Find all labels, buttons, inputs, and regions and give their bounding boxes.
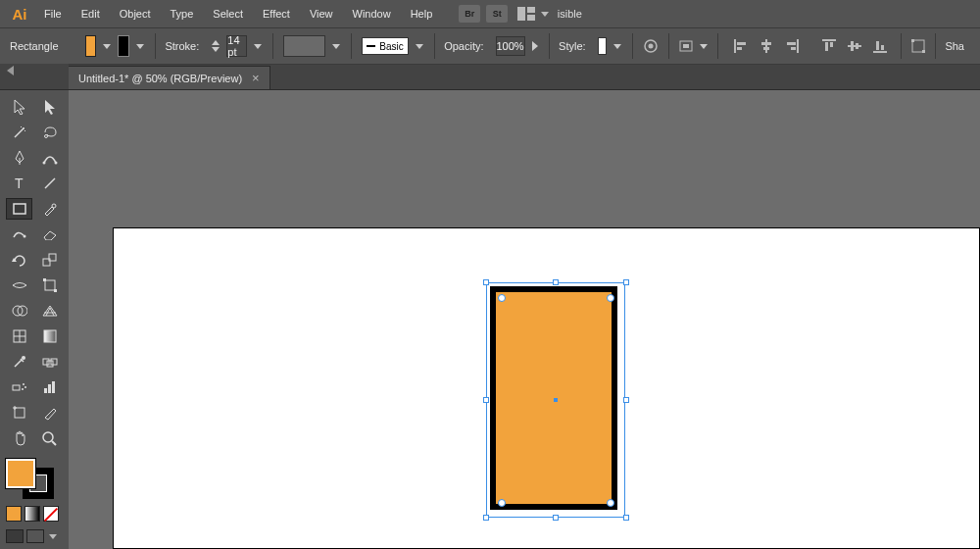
panel-collapse-nub[interactable]	[0, 64, 69, 89]
opacity-dropdown[interactable]	[531, 35, 539, 57]
symbol-sprayer-tool[interactable]	[6, 376, 32, 398]
corner-widget-br[interactable]	[607, 499, 614, 507]
arrange-docs-icon[interactable]	[515, 5, 537, 23]
resize-handle-bm[interactable]	[553, 515, 559, 521]
menu-edit[interactable]: Edit	[73, 4, 109, 24]
resize-handle-mr[interactable]	[623, 397, 629, 403]
resize-handle-tl[interactable]	[483, 279, 489, 285]
fill-swatch[interactable]	[85, 35, 96, 57]
close-icon[interactable]: ×	[252, 71, 260, 85]
menu-window[interactable]: Window	[344, 4, 400, 24]
zoom-tool[interactable]	[36, 427, 63, 449]
svg-rect-22	[737, 47, 742, 50]
arrange-docs-dropdown[interactable]	[539, 12, 551, 17]
curvature-tool[interactable]	[36, 147, 63, 169]
stroke-swatch[interactable]	[118, 35, 128, 57]
menu-help[interactable]: Help	[402, 4, 442, 24]
shape-builder-tool[interactable]	[6, 300, 32, 322]
svg-line-84	[52, 441, 56, 445]
stroke-weight[interactable]: 14 pt	[226, 35, 247, 57]
align-right-icon[interactable]	[781, 35, 803, 57]
rectangle-tool[interactable]	[6, 198, 32, 220]
bridge-icon[interactable]: Br	[459, 5, 480, 23]
screen-mode-dropdown[interactable]	[47, 529, 59, 543]
menu-type[interactable]: Type	[162, 4, 203, 24]
stroke-stepper[interactable]	[211, 35, 220, 57]
slice-tool[interactable]	[36, 402, 63, 424]
eyedropper-tool[interactable]	[6, 351, 32, 373]
fill-stroke-indicator[interactable]	[6, 459, 53, 498]
magic-wand-tool[interactable]	[6, 122, 32, 143]
align-to-icon[interactable]	[678, 35, 694, 57]
width-tool[interactable]	[6, 274, 32, 296]
free-transform-tool[interactable]	[36, 274, 63, 296]
gradient-mode-icon[interactable]	[24, 506, 40, 522]
shaper-label[interactable]: Sha	[945, 40, 964, 52]
mesh-tool[interactable]	[6, 325, 32, 347]
fullscreen-mode-icon[interactable]	[26, 529, 44, 543]
artboard-tool[interactable]	[6, 402, 32, 424]
align-vcenter-icon[interactable]	[844, 35, 865, 57]
brush-dropdown[interactable]	[415, 35, 424, 57]
menu-effect[interactable]: Effect	[254, 4, 299, 24]
rotate-tool[interactable]	[6, 249, 32, 271]
variable-width-dropdown[interactable]	[331, 35, 341, 57]
selection-tool[interactable]	[6, 96, 32, 118]
none-mode-icon[interactable]	[43, 506, 59, 522]
column-graph-tool[interactable]	[36, 376, 63, 398]
direct-selection-tool[interactable]	[36, 96, 63, 118]
svg-rect-24	[761, 42, 771, 45]
align-bottom-icon[interactable]	[869, 35, 891, 57]
normal-screen-mode-icon[interactable]	[6, 529, 24, 543]
blend-tool[interactable]	[36, 351, 63, 373]
resize-handle-ml[interactable]	[483, 397, 489, 403]
brush-definition[interactable]: Basic	[362, 37, 409, 55]
resize-handle-br[interactable]	[623, 515, 629, 521]
fill-dropdown[interactable]	[102, 35, 112, 57]
transform-icon[interactable]	[911, 35, 925, 57]
pen-tool[interactable]	[6, 147, 32, 169]
gradient-tool[interactable]	[36, 325, 63, 347]
svg-rect-2	[527, 15, 535, 21]
shaper-tool[interactable]	[6, 224, 32, 245]
color-mode-icon[interactable]	[6, 506, 22, 522]
recolor-artwork-icon[interactable]	[643, 35, 659, 57]
paintbrush-tool[interactable]	[36, 198, 63, 220]
menu-view[interactable]: View	[301, 4, 342, 24]
corner-widget-tl[interactable]	[498, 294, 506, 302]
hand-tool[interactable]	[6, 427, 32, 449]
graphic-style[interactable]	[598, 37, 608, 55]
svg-point-45	[23, 127, 24, 129]
align-top-icon[interactable]	[818, 35, 840, 57]
align-hcenter-icon[interactable]	[756, 35, 777, 57]
opacity-value[interactable]: 100%	[496, 36, 525, 56]
menu-object[interactable]: Object	[111, 4, 160, 24]
stock-icon[interactable]: St	[486, 5, 508, 23]
menu-select[interactable]: Select	[204, 4, 252, 24]
variable-width-profile[interactable]	[283, 35, 326, 57]
svg-point-74	[23, 383, 24, 385]
stroke-dropdown[interactable]	[135, 35, 145, 57]
scale-tool[interactable]	[36, 249, 63, 271]
line-segment-tool[interactable]	[36, 173, 63, 194]
lasso-tool[interactable]	[36, 122, 63, 143]
align-left-icon[interactable]	[730, 35, 752, 57]
resize-handle-tm[interactable]	[553, 279, 559, 285]
resize-handle-bl[interactable]	[483, 515, 489, 521]
align-to-dropdown[interactable]	[700, 44, 708, 49]
document-tab[interactable]: Untitled-1* @ 50% (RGB/Preview) ×	[69, 66, 270, 89]
style-dropdown[interactable]	[612, 35, 622, 57]
svg-rect-40	[922, 50, 925, 53]
canvas[interactable]	[69, 90, 980, 549]
corner-widget-bl[interactable]	[498, 499, 506, 507]
menu-file[interactable]: File	[35, 4, 71, 24]
gpu-preview-icon[interactable]: isible	[559, 5, 580, 23]
resize-handle-tr[interactable]	[623, 279, 629, 285]
type-tool[interactable]: T	[6, 173, 32, 194]
svg-text:T: T	[15, 176, 24, 190]
perspective-grid-tool[interactable]	[36, 300, 63, 322]
stroke-weight-dropdown[interactable]	[253, 35, 263, 57]
corner-widget-tr[interactable]	[607, 294, 614, 302]
fill-color-icon[interactable]	[6, 459, 35, 488]
eraser-tool[interactable]	[36, 224, 63, 245]
